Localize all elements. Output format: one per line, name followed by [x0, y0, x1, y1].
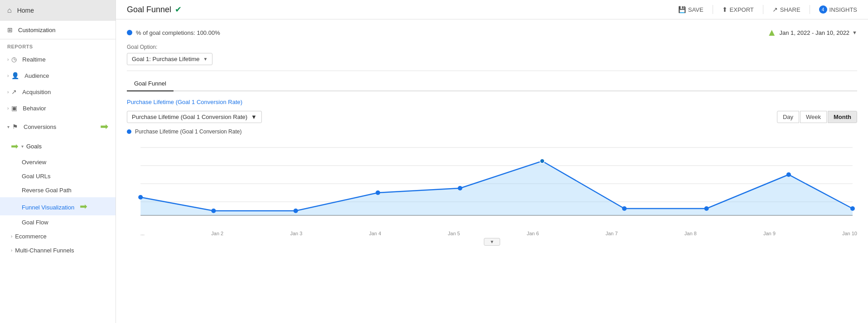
tab-goal-funnel[interactable]: Goal Funnel — [127, 76, 174, 91]
goals-annotation-arrow: ➡ — [11, 141, 19, 152]
goal-select[interactable]: Goal 1: Purchase Lifetime ▼ — [127, 53, 212, 65]
data-point-8 — [786, 172, 791, 177]
x-label-5: Jan 6 — [527, 231, 539, 236]
completions-text: % of goal completions: 100.00% — [136, 29, 220, 36]
tab-row: Goal Funnel — [127, 76, 857, 91]
goal-urls-label: Goal URLs — [22, 173, 51, 180]
svg-marker-5 — [140, 161, 853, 215]
x-label-0: ... — [140, 231, 145, 236]
legend-text: Purchase Lifetime (Goal 1 Conversion Rat… — [135, 128, 241, 135]
share-button[interactable]: ↗ SHARE — [772, 6, 800, 13]
audience-icon: 👤 — [11, 72, 19, 79]
data-point-1 — [211, 209, 216, 213]
sidebar-item-acquisition[interactable]: › ↗ Acquisition — [0, 84, 116, 100]
conversions-icon: ⚑ — [12, 123, 18, 130]
date-range-text: Jan 1, 2022 - Jan 10, 2022 — [779, 29, 849, 36]
check-icon: ✔ — [175, 5, 182, 14]
sidebar-item-goal-urls[interactable]: Goal URLs — [0, 169, 116, 183]
divider-2 — [763, 5, 763, 14]
insights-label: INSIGHTS — [829, 6, 857, 13]
metric-select-value: Purchase Lifetime (Goal 1 Conversion Rat… — [132, 114, 247, 120]
sidebar-item-conversions[interactable]: ▾ ⚑ Conversions ➡ — [0, 116, 116, 137]
chart-legend: Purchase Lifetime (Goal 1 Conversion Rat… — [127, 128, 857, 135]
main-content: Goal Funnel ✔ 💾 SAVE ⬆ EXPORT ↗ SHARE 4 … — [116, 0, 868, 323]
x-label-1: Jan 2 — [211, 231, 223, 236]
x-label-9: Jan 10 — [842, 231, 857, 236]
sidebar-item-goals[interactable]: ➡ ▾ Goals — [0, 137, 116, 155]
goals-expand-arrow: ▾ — [21, 144, 24, 149]
reports-section-label: REPORTS — [0, 39, 116, 51]
scroll-button[interactable]: ▼ — [484, 238, 500, 246]
home-label: Home — [17, 7, 34, 14]
conversions-label: Conversions — [24, 124, 56, 130]
goal-option-label: Goal Option: — [127, 44, 857, 50]
data-point-2 — [294, 209, 298, 213]
data-point-3 — [376, 190, 380, 195]
acquisition-label: Acquisition — [22, 89, 51, 95]
conversion-rate-label: Purchase Lifetime (Goal 1 Conversion Rat… — [127, 99, 857, 105]
goals-label: Goals — [26, 143, 42, 150]
realtime-label: Realtime — [22, 56, 45, 63]
x-label-7: Jan 8 — [685, 231, 697, 236]
ecommerce-arrow: › — [11, 234, 12, 239]
goal-select-value: Goal 1: Purchase Lifetime — [132, 56, 200, 62]
x-label-2: Jan 3 — [290, 231, 302, 236]
realtime-icon: ◷ — [11, 56, 17, 63]
save-button[interactable]: 💾 SAVE — [678, 6, 704, 13]
export-label: EXPORT — [730, 6, 754, 13]
metric-select-chevron: ▼ — [251, 114, 257, 120]
acquisition-arrow: › — [7, 90, 9, 95]
data-point-0 — [138, 195, 143, 200]
month-button[interactable]: Month — [828, 111, 857, 123]
audience-arrow: › — [7, 73, 9, 78]
goal-flow-label: Goal Flow — [22, 219, 48, 226]
up-arrow-icon: ▲ — [767, 27, 777, 38]
divider-3 — [810, 5, 810, 14]
day-button[interactable]: Day — [777, 111, 799, 123]
blue-dot — [127, 30, 132, 35]
funnel-visualization-label: Funnel Visualization — [22, 204, 74, 211]
sidebar-item-overview[interactable]: Overview — [0, 155, 116, 169]
reverse-goal-path-label: Reverse Goal Path — [22, 187, 72, 194]
insights-button[interactable]: 4 INSIGHTS — [819, 5, 857, 14]
export-icon: ⬆ — [722, 6, 728, 13]
sidebar-item-home[interactable]: ⌂ Home — [0, 0, 116, 21]
chart-container — [127, 138, 857, 229]
save-icon: 💾 — [678, 6, 686, 13]
content-area: % of goal completions: 100.00% ▲ Jan 1, … — [116, 19, 868, 323]
audience-label: Audience — [24, 72, 49, 79]
acquisition-icon: ↗ — [11, 88, 17, 95]
sidebar-item-multichannel[interactable]: › Multi-Channel Funnels — [0, 243, 116, 257]
export-button[interactable]: ⬆ EXPORT — [722, 6, 754, 13]
tab-goal-funnel-label: Goal Funnel — [134, 80, 166, 87]
conversions-expand-arrow: ▾ — [7, 124, 10, 129]
week-button[interactable]: Week — [800, 111, 827, 123]
sidebar-item-customization[interactable]: ⊞ Customization — [0, 21, 116, 39]
date-range-picker[interactable]: ▲ Jan 1, 2022 - Jan 10, 2022 ▼ — [767, 27, 857, 38]
sidebar-item-realtime[interactable]: › ◷ Realtime — [0, 51, 116, 67]
save-label: SAVE — [688, 6, 704, 13]
realtime-arrow: › — [7, 57, 9, 62]
goal-select-chevron: ▼ — [203, 57, 208, 62]
behavior-label: Behavior — [23, 105, 46, 112]
sidebar-item-funnel-visualization[interactable]: Funnel Visualization ➡ — [0, 197, 116, 215]
home-icon: ⌂ — [7, 6, 12, 14]
x-label-8: Jan 9 — [763, 231, 776, 236]
sidebar-item-goal-flow[interactable]: Goal Flow — [0, 215, 116, 229]
x-label-4: Jan 5 — [448, 231, 460, 236]
chart-svg — [127, 138, 857, 229]
x-axis-labels: ... Jan 2 Jan 3 Jan 4 Jan 5 Jan 6 Jan 7 … — [127, 229, 857, 236]
behavior-icon: ▣ — [11, 104, 17, 112]
behavior-arrow: › — [7, 106, 9, 111]
sidebar-item-ecommerce[interactable]: › Ecommerce — [0, 229, 116, 243]
customization-icon: ⊞ — [7, 26, 13, 33]
time-buttons: Day Week Month — [777, 111, 857, 123]
sidebar-item-behavior[interactable]: › ▣ Behavior — [0, 100, 116, 116]
conversions-annotation-arrow: ➡ — [100, 121, 108, 133]
metric-select[interactable]: Purchase Lifetime (Goal 1 Conversion Rat… — [127, 111, 262, 123]
top-actions: 💾 SAVE ⬆ EXPORT ↗ SHARE 4 INSIGHTS — [678, 5, 857, 14]
multichannel-arrow: › — [11, 248, 12, 253]
sidebar-item-reverse-goal-path[interactable]: Reverse Goal Path — [0, 183, 116, 197]
data-point-5 — [540, 159, 545, 163]
sidebar-item-audience[interactable]: › 👤 Audience — [0, 67, 116, 84]
